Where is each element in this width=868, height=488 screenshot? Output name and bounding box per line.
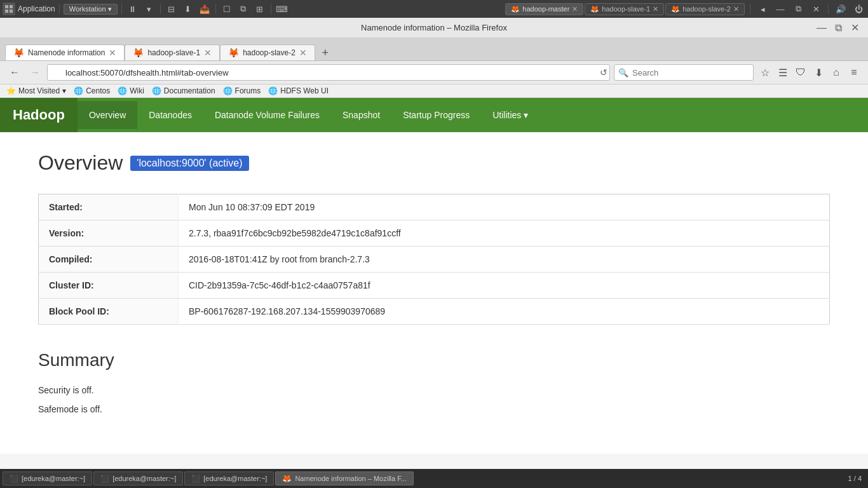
back-btn[interactable]: ← (6, 64, 23, 81)
menu-icon[interactable]: ▾ (142, 2, 156, 16)
search-wrapper: 🔍 (614, 64, 754, 81)
separator5 (271, 4, 271, 14)
bookmarks-bar: ⭐ Most Visited ▾ 🌐 Centos 🌐 Wiki 🌐 Docum… (0, 85, 868, 98)
address-wrapper: 🔒 ↺ (47, 64, 610, 81)
nav-datanodes[interactable]: Datanodes (137, 101, 203, 129)
separator4 (215, 4, 216, 14)
toolbar-icons: ☆ ☰ 🛡 ⬇ ⌂ ≡ (757, 65, 862, 80)
most-visited-icon: ⭐ (6, 86, 16, 95)
maximize-icon[interactable]: ⧉ (236, 2, 250, 16)
separator3 (160, 4, 161, 14)
summary-security: Security is off. (38, 383, 830, 397)
table-row-block-pool-id: Block Pool ID: BP-606176287-192.168.207.… (39, 299, 830, 325)
nav-datanode-volume-failures[interactable]: Datanode Volume Failures (203, 101, 331, 129)
window-controls: — ⧉ ✕ (816, 22, 860, 34)
topbar-tab-slave2[interactable]: 🦊 hadoop-slave-2 ✕ (665, 3, 745, 15)
row-value-started: Mon Jun 10 08:37:09 EDT 2019 (179, 194, 830, 220)
bookmark-centos[interactable]: 🌐 Centos (74, 86, 110, 95)
browser-tab-bar: 🦊 Namenode information ✕ 🦊 hadoop-slave-… (0, 38, 868, 61)
close-btn[interactable]: ✕ (849, 22, 860, 34)
tile-icon[interactable]: ⊞ (253, 2, 267, 16)
nav-utilities[interactable]: Utilities ▾ (481, 101, 539, 129)
inbox-icon[interactable]: 📥 (198, 2, 212, 16)
arrow-left-icon[interactable]: ◂ (756, 2, 770, 16)
nav-overview[interactable]: Overview (78, 101, 137, 129)
svg-rect-2 (5, 10, 8, 13)
pause-icon[interactable]: ⏸ (126, 2, 140, 16)
minimize-btn[interactable]: — (816, 22, 827, 34)
tab-icon-slave2: 🦊 (228, 48, 239, 58)
tab-close-btn[interactable]: ✕ (109, 48, 116, 58)
topbar-tab-master[interactable]: 🦊 hadoop-master ✕ (505, 3, 583, 15)
row-value-cluster-id: CID-2b91359a-7c5c-46df-b1c2-c4aa0757a81f (179, 273, 830, 299)
separator (59, 4, 60, 14)
hamburger-icon[interactable]: ≡ (846, 65, 862, 80)
summary-safemode: Safemode is off. (38, 402, 830, 416)
star-icon[interactable]: ☆ (757, 65, 773, 80)
documentation-icon: 🌐 (152, 86, 161, 95)
table-row-compiled: Compiled: 2016-08-18T01:41Z by root from… (39, 247, 830, 273)
minimize-icon[interactable]: — (773, 2, 787, 16)
send-icon[interactable]: ⊟ (165, 2, 179, 16)
search-input[interactable] (614, 64, 754, 81)
tab-icon-slave1: 🦊 (133, 48, 144, 58)
nav-snapshot[interactable]: Snapshot (331, 101, 391, 129)
table-row-started: Started: Mon Jun 10 08:37:09 EDT 2019 (39, 194, 830, 220)
forward-btn[interactable]: → (27, 64, 43, 81)
hdfs-icon: 🌐 (268, 86, 278, 95)
restore-btn[interactable]: ⧉ (832, 22, 844, 34)
reload-btn[interactable]: ↺ (600, 67, 607, 78)
app-icon[interactable] (3, 3, 15, 15)
tab-label: Namenode information (28, 48, 105, 57)
bookmark-documentation[interactable]: 🌐 Documentation (152, 86, 215, 95)
power-icon[interactable]: ⏻ (851, 2, 865, 16)
tab-icon: 🦊 (13, 48, 24, 58)
workstation-btn[interactable]: Workstation ▾ (64, 4, 118, 15)
topbar-tab-slave1[interactable]: 🦊 hadoop-slave-1 ✕ (585, 3, 664, 15)
volume-icon[interactable]: 🔊 (834, 2, 848, 16)
tab-close-slave1[interactable]: ✕ (204, 48, 212, 58)
nav-startup-progress[interactable]: Startup Progress (391, 101, 481, 129)
tab-label-slave2: hadoop-slave-2 (243, 48, 295, 57)
tab-slave2[interactable]: 🦊 hadoop-slave-2 ✕ (220, 44, 315, 60)
row-label-cluster-id: Cluster ID: (39, 273, 179, 299)
svg-rect-1 (10, 5, 13, 8)
new-tab-btn[interactable]: + (318, 45, 333, 60)
centos-icon: 🌐 (74, 86, 83, 95)
bookmark-hdfs[interactable]: 🌐 HDFS Web UI (268, 86, 329, 95)
close-os-icon[interactable]: ✕ (809, 2, 823, 16)
app-label: Application (18, 4, 55, 13)
bookmark-most-visited[interactable]: ⭐ Most Visited ▾ (6, 86, 66, 95)
download-toolbar-icon[interactable]: ⬇ (811, 65, 826, 80)
home-icon[interactable]: ⌂ (829, 65, 844, 80)
download-icon[interactable]: ⬇ (181, 2, 195, 16)
separator6 (750, 4, 750, 14)
tab-slave1[interactable]: 🦊 hadoop-slave-1 ✕ (125, 44, 220, 60)
row-value-compiled: 2016-08-18T01:41Z by root from branch-2.… (179, 247, 830, 273)
address-input[interactable] (47, 64, 610, 81)
code-icon[interactable]: ⌨ (275, 2, 289, 16)
window-icon[interactable]: ☐ (220, 2, 234, 16)
row-label-started: Started: (39, 194, 179, 220)
separator2 (121, 4, 122, 14)
active-node-badge: 'localhost:9000' (active) (130, 156, 248, 171)
forums-icon: 🌐 (223, 86, 233, 95)
browser-title: Namenode information – Mozilla Firefox (361, 23, 507, 32)
tab-namenode[interactable]: 🦊 Namenode information ✕ (5, 44, 125, 60)
row-label-compiled: Compiled: (39, 247, 179, 273)
tab-close-slave2[interactable]: ✕ (299, 48, 307, 58)
summary-heading: Summary (38, 350, 830, 370)
separator7 (828, 4, 829, 14)
row-label-block-pool-id: Block Pool ID: (39, 299, 179, 325)
reader-icon[interactable]: ☰ (775, 65, 790, 80)
table-row-cluster-id: Cluster ID: CID-2b91359a-7c5c-46df-b1c2-… (39, 273, 830, 299)
bookmark-forums[interactable]: 🌐 Forums (223, 86, 261, 95)
hadoop-nav-items: Overview Datanodes Datanode Volume Failu… (78, 101, 539, 129)
hadoop-logo: Hadoop (0, 98, 78, 132)
shield-icon[interactable]: 🛡 (793, 65, 808, 80)
browser-window: Namenode information – Mozilla Firefox —… (0, 18, 868, 454)
restore-icon[interactable]: ⧉ (791, 2, 805, 16)
row-value-version: 2.7.3, rbaa91f7c6bc9cb92be5982de4719c1c8… (179, 220, 830, 247)
wiki-icon: 🌐 (118, 86, 127, 95)
bookmark-wiki[interactable]: 🌐 Wiki (118, 86, 144, 95)
